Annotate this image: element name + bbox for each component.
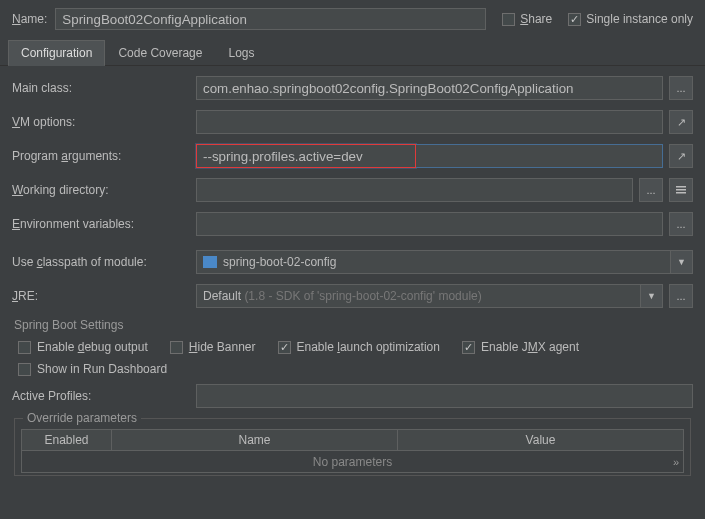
jre-value-suffix: (1.8 - SDK of 'spring-boot-02-config' mo…	[244, 289, 481, 303]
header-row: Name: Share Single instance only	[0, 0, 705, 40]
enable-debug-checkbox-item[interactable]: Enable debug output	[18, 340, 148, 354]
tab-code-coverage[interactable]: Code Coverage	[105, 40, 215, 65]
hide-banner-checkbox-item[interactable]: Hide Banner	[170, 340, 256, 354]
main-class-label: Main class:	[12, 81, 190, 95]
override-title: Override parameters	[23, 411, 141, 425]
jmx-checkbox-item[interactable]: Enable JMX agent	[462, 340, 579, 354]
svg-rect-1	[676, 189, 686, 191]
override-table-body: No parameters »	[21, 451, 684, 473]
tab-bar: Configuration Code Coverage Logs	[0, 40, 705, 66]
config-panel: Main class: ... VM options: ↗ Program ar…	[0, 66, 705, 482]
svg-rect-2	[676, 192, 686, 194]
active-profiles-row: Active Profiles:	[12, 384, 693, 408]
classpath-row: Use classpath of module: spring-boot-02-…	[12, 250, 693, 274]
tab-configuration[interactable]: Configuration	[8, 40, 105, 66]
working-dir-label: Working directory:	[12, 183, 190, 197]
list-icon	[675, 184, 687, 196]
jre-browse-button[interactable]: ...	[669, 284, 693, 308]
jre-value-prefix: Default	[203, 289, 241, 303]
program-args-row: Program arguments: ↗	[12, 144, 693, 168]
jre-dropdown[interactable]: Default (1.8 - SDK of 'spring-boot-02-co…	[196, 284, 663, 308]
hide-banner-checkbox[interactable]	[170, 341, 183, 354]
active-profiles-label: Active Profiles:	[12, 389, 190, 403]
expand-icon[interactable]: »	[673, 456, 679, 468]
env-vars-row: Environment variables: ...	[12, 212, 693, 236]
env-vars-input[interactable]	[196, 212, 663, 236]
main-class-browse-button[interactable]: ...	[669, 76, 693, 100]
jre-label: JRE:	[12, 289, 190, 303]
vm-options-row: VM options: ↗	[12, 110, 693, 134]
module-icon	[203, 256, 217, 268]
share-checkbox-group[interactable]: Share	[502, 12, 552, 26]
dashboard-checkbox[interactable]	[18, 363, 31, 376]
single-instance-checkbox-group[interactable]: Single instance only	[568, 12, 693, 26]
program-args-input[interactable]	[196, 144, 416, 168]
env-vars-browse-button[interactable]: ...	[669, 212, 693, 236]
name-label: Name:	[12, 12, 47, 26]
vm-options-label: VM options:	[12, 115, 190, 129]
classpath-value: spring-boot-02-config	[223, 255, 336, 269]
jmx-checkbox[interactable]	[462, 341, 475, 354]
vm-options-expand-button[interactable]: ↗	[669, 110, 693, 134]
working-dir-list-button[interactable]	[669, 178, 693, 202]
enable-debug-checkbox[interactable]	[18, 341, 31, 354]
dashboard-checkbox-item[interactable]: Show in Run Dashboard	[18, 362, 167, 376]
spring-checkbox-row-2: Show in Run Dashboard	[12, 362, 693, 376]
single-instance-checkbox[interactable]	[568, 13, 581, 26]
working-dir-input[interactable]	[196, 178, 633, 202]
override-parameters-box: Override parameters Enabled Name Value N…	[14, 418, 691, 476]
jre-row: JRE: Default (1.8 - SDK of 'spring-boot-…	[12, 284, 693, 308]
share-label: Share	[520, 12, 552, 26]
working-dir-row: Working directory: ...	[12, 178, 693, 202]
vm-options-input[interactable]	[196, 110, 663, 134]
no-parameters-text: No parameters	[313, 455, 392, 469]
col-value[interactable]: Value	[398, 430, 683, 450]
share-checkbox[interactable]	[502, 13, 515, 26]
env-vars-label: Environment variables:	[12, 217, 190, 231]
main-class-row: Main class: ...	[12, 76, 693, 100]
override-table-header: Enabled Name Value	[21, 429, 684, 451]
tab-logs[interactable]: Logs	[215, 40, 267, 65]
classpath-label: Use classpath of module:	[12, 255, 190, 269]
launch-opt-checkbox[interactable]	[278, 341, 291, 354]
spring-settings-title: Spring Boot Settings	[14, 318, 693, 332]
spring-checkbox-row-1: Enable debug output Hide Banner Enable l…	[12, 340, 693, 354]
col-enabled[interactable]: Enabled	[22, 430, 112, 450]
program-args-input-ext[interactable]	[416, 144, 663, 168]
col-name[interactable]: Name	[112, 430, 398, 450]
chevron-down-icon: ▼	[640, 285, 662, 307]
main-class-input[interactable]	[196, 76, 663, 100]
svg-rect-0	[676, 186, 686, 188]
classpath-dropdown[interactable]: spring-boot-02-config ▼	[196, 250, 693, 274]
active-profiles-input[interactable]	[196, 384, 693, 408]
chevron-down-icon: ▼	[670, 251, 692, 273]
name-input[interactable]	[55, 8, 486, 30]
program-args-label: Program arguments:	[12, 149, 190, 163]
program-args-expand-button[interactable]: ↗	[669, 144, 693, 168]
working-dir-browse-button[interactable]: ...	[639, 178, 663, 202]
launch-opt-checkbox-item[interactable]: Enable launch optimization	[278, 340, 440, 354]
single-instance-label: Single instance only	[586, 12, 693, 26]
